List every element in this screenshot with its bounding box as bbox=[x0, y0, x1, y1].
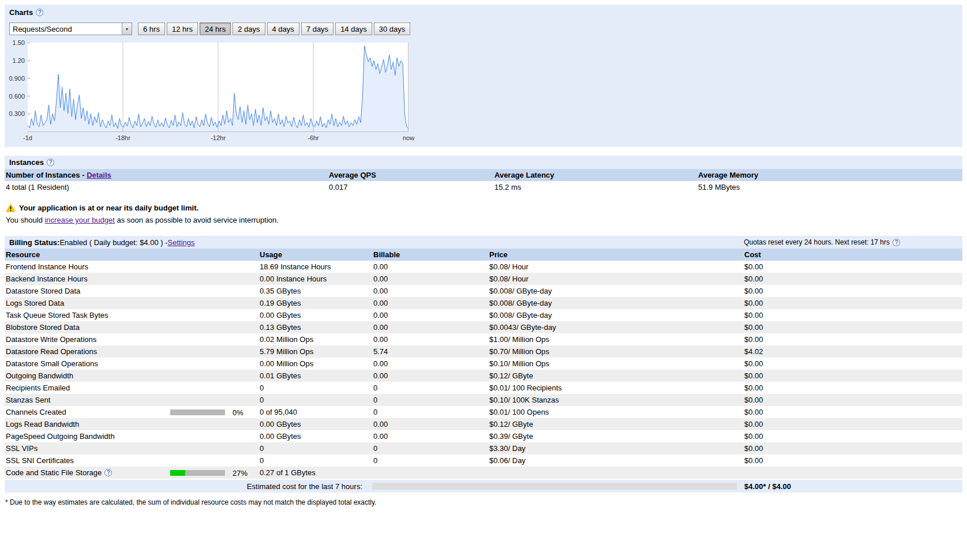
range-button-24-hrs[interactable]: 24 hrs bbox=[200, 22, 231, 35]
charts-help-icon[interactable]: ? bbox=[36, 9, 43, 16]
billing-cell-resource: Datastore Read Operations bbox=[5, 345, 258, 358]
resource-label: Backend Instance Hours bbox=[6, 275, 88, 283]
x-tick-label: -6hr bbox=[308, 134, 319, 141]
billing-cell-resource: Datastore Write Operations bbox=[5, 333, 258, 345]
budget-warning-title: Your application is at or near its daily… bbox=[19, 204, 198, 212]
billing-header-row: Resource Usage Billable Price Cost bbox=[5, 249, 962, 261]
usage-bar-fill bbox=[170, 470, 185, 476]
range-button-2-days[interactable]: 2 days bbox=[233, 22, 265, 35]
estimated-cost-value: $4.00* / $4.00 bbox=[744, 482, 791, 491]
range-button-6-hrs[interactable]: 6 hrs bbox=[138, 22, 165, 35]
billing-cell-resource: Datastore Small Operations bbox=[5, 358, 258, 370]
resource-label: Datastore Small Operations bbox=[6, 359, 98, 368]
billing-cell-resource: SSL VIPs bbox=[5, 442, 258, 454]
billing-cell-usage: 0 bbox=[258, 442, 372, 454]
billing-row: Code and Static File Storage?27%0.27 of … bbox=[5, 467, 962, 479]
billing-cell-resource: Channels Created0% bbox=[5, 406, 258, 418]
range-button-7-days[interactable]: 7 days bbox=[301, 22, 333, 35]
resource-label: SSL SNI Certificates bbox=[6, 456, 74, 465]
billing-cell-usage: 0.00 GBytes bbox=[258, 309, 372, 321]
billing-cell-usage: 0.00 Instance Hours bbox=[258, 273, 372, 285]
billing-cell-cost: $0.00 bbox=[743, 418, 962, 430]
resource-label: Logs Read Bandwidth bbox=[6, 420, 79, 429]
billing-row: Logs Stored Data0.19 GBytes0.00$0.008/ G… bbox=[5, 297, 962, 309]
instances-title: Instances bbox=[9, 158, 44, 167]
billing-cell-billable: 0.00 bbox=[372, 321, 488, 333]
billing-cell-resource: Code and Static File Storage?27% bbox=[5, 467, 258, 479]
instances-total: 4 total (1 Resident) bbox=[5, 181, 328, 193]
billing-cell-cost: $0.00 bbox=[743, 454, 962, 467]
billing-cell-price: $0.008/ GByte-day bbox=[488, 309, 743, 321]
billing-cell-resource: Datastore Stored Data bbox=[5, 285, 258, 297]
instances-col-qps: Average QPS bbox=[328, 169, 493, 181]
billing-cell-cost: $0.00 bbox=[743, 394, 962, 406]
instances-title-band: Instances? bbox=[5, 156, 962, 169]
quota-help-icon[interactable]: ? bbox=[893, 239, 900, 246]
billing-col-price: Price bbox=[488, 249, 743, 261]
billing-row: Outgoing Bandwidth0.01 GBytes0.00$0.12/ … bbox=[5, 370, 962, 382]
billing-cell-resource: Backend Instance Hours bbox=[5, 273, 258, 285]
billing-cell-billable: 0.00 bbox=[372, 370, 488, 382]
billing-cell-billable: 0.00 bbox=[372, 285, 488, 297]
usage-bar bbox=[170, 409, 225, 415]
resource-label: SSL VIPs bbox=[6, 444, 38, 453]
billing-cell-usage: 0.00 GBytes bbox=[258, 418, 372, 430]
chart-x-axis: -1d-18hr-12hr-6hrnow bbox=[28, 134, 408, 142]
range-button-12-hrs[interactable]: 12 hrs bbox=[167, 22, 198, 35]
billing-row: Datastore Small Operations0.00 Million O… bbox=[5, 358, 962, 370]
billing-cell-usage: 18.69 Instance Hours bbox=[258, 261, 372, 273]
resource-label: Datastore Write Operations bbox=[6, 335, 96, 344]
billing-cell-resource: Task Queue Stored Task Bytes bbox=[5, 309, 258, 321]
instances-help-icon[interactable]: ? bbox=[47, 159, 54, 166]
range-button-14-days[interactable]: 14 days bbox=[335, 22, 372, 35]
billing-cell-resource: Logs Read Bandwidth bbox=[5, 418, 258, 430]
billing-cell-usage: 0 bbox=[258, 454, 372, 467]
billing-cell-billable: 0 bbox=[372, 406, 488, 418]
instances-qps: 0.017 bbox=[328, 181, 493, 193]
billing-cell-billable: 0 bbox=[372, 382, 488, 394]
billing-col-resource: Resource bbox=[5, 249, 258, 261]
chart-y-axis: 1.501.200.9000.6000.300 bbox=[9, 43, 27, 133]
billing-cell-resource: Stanzas Sent bbox=[5, 394, 258, 406]
billing-cell-price: $0.12/ GByte bbox=[488, 370, 743, 382]
details-link[interactable]: Details bbox=[87, 171, 111, 179]
increase-budget-link[interactable]: increase your budget bbox=[44, 216, 114, 224]
resource-label: Blobstore Stored Data bbox=[6, 323, 80, 332]
billing-cell-usage: 0.02 Million Ops bbox=[258, 333, 372, 345]
billing-cell-usage: 0.27 of 1 GBytes bbox=[258, 467, 372, 479]
billing-row: Channels Created0%0 of 95,0400$0.01/ 100… bbox=[5, 406, 962, 418]
billing-cell-usage: 0.35 GBytes bbox=[258, 285, 372, 297]
billing-row: Stanzas Sent00$0.10/ 100K Stanzas$0.00 bbox=[5, 394, 962, 406]
resource-label: Channels Created bbox=[6, 408, 66, 416]
billing-cell-cost: $0.00 bbox=[743, 382, 962, 394]
metric-select[interactable]: Requests/Second ▼ bbox=[9, 22, 132, 35]
billing-cell-price: $0.10/ 100K Stanzas bbox=[488, 394, 743, 406]
billing-cell-usage: 0.01 GBytes bbox=[258, 370, 372, 382]
billing-cell-resource: PageSpeed Outgoing Bandwidth bbox=[5, 430, 258, 442]
range-button-30-days[interactable]: 30 days bbox=[374, 22, 411, 35]
billing-cell-resource: SSL SNI Certificates bbox=[5, 454, 258, 467]
billing-row: Frontend Instance Hours18.69 Instance Ho… bbox=[5, 261, 962, 273]
settings-link[interactable]: Settings bbox=[168, 238, 195, 247]
billing-row: Datastore Stored Data0.35 GBytes0.00$0.0… bbox=[5, 285, 962, 297]
instances-col-number: Number of Instances - Details bbox=[5, 169, 328, 181]
range-button-4-days[interactable]: 4 days bbox=[267, 22, 299, 35]
y-tick-label: 0.600 bbox=[9, 93, 25, 100]
resource-label: Code and Static File Storage bbox=[6, 468, 102, 477]
instances-table: Number of Instances - Details Average QP… bbox=[5, 169, 962, 193]
billing-cell-cost: $0.00 bbox=[743, 358, 962, 370]
billing-cell-cost: $4.02 bbox=[743, 345, 962, 358]
billing-col-usage: Usage bbox=[258, 249, 372, 261]
help-icon[interactable]: ? bbox=[104, 469, 112, 476]
billing-status-label: Billing Status: bbox=[9, 238, 59, 247]
billing-row: Task Queue Stored Task Bytes0.00 GBytes0… bbox=[5, 309, 962, 321]
instances-header-row: Number of Instances - Details Average QP… bbox=[5, 169, 962, 181]
billing-cell-usage: 0.00 GBytes bbox=[258, 430, 372, 442]
quota-note: Quotas reset every 24 hours. Next reset:… bbox=[744, 238, 958, 246]
billing-cell-price: $0.08/ Hour bbox=[488, 273, 743, 285]
billing-cell-price: $0.0043/ GByte-day bbox=[488, 321, 743, 333]
billing-cell-resource: Recipients Emailed bbox=[5, 382, 258, 394]
instances-latency: 15.2 ms bbox=[493, 181, 697, 193]
y-tick-label: 0.300 bbox=[9, 110, 25, 117]
resource-label: Datastore Stored Data bbox=[6, 287, 80, 295]
